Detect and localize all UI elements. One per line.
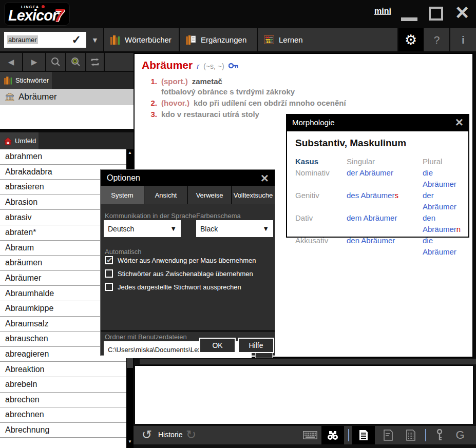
form-plural: den Abräumer xyxy=(423,213,456,233)
sense-number: 1. xyxy=(142,76,157,87)
morph-row: Genitiv des Abräumers der Abräumer xyxy=(295,190,460,212)
morphologie-popup: Morphologie × Substantiv, Maskulinum Kas… xyxy=(285,113,470,238)
house-icon xyxy=(4,138,12,145)
checkbox[interactable] xyxy=(105,256,113,264)
scroll-up-icon[interactable]: ▲ xyxy=(126,150,134,155)
stichwoerter-strip: Stichwörter xyxy=(0,72,134,89)
close-icon[interactable]: × xyxy=(455,115,463,129)
language-select[interactable]: Deutsch ▼ xyxy=(104,220,181,237)
notes-panel[interactable] xyxy=(135,365,473,424)
maximize-button[interactable] xyxy=(429,7,443,21)
language-value: Deutsch xyxy=(108,225,134,233)
keyboard-button[interactable] xyxy=(299,426,321,444)
view-short-entry-button[interactable] xyxy=(378,426,398,444)
case-label: Dativ xyxy=(295,212,347,235)
minimize-button[interactable] xyxy=(401,17,417,21)
books-icon xyxy=(110,35,120,45)
optionen-titlebar[interactable]: Optionen × xyxy=(101,170,275,186)
toolbar-separator xyxy=(348,429,349,441)
selected-entry-row[interactable]: Abräumer xyxy=(0,89,134,105)
settings-button[interactable]: ⚙ xyxy=(398,28,423,51)
form-plural: die Abräumer xyxy=(423,236,456,256)
key-icon[interactable] xyxy=(229,63,239,69)
mini-mode-button[interactable]: mini xyxy=(374,7,391,16)
logo-name: Lexicon xyxy=(8,7,61,24)
word-list-item[interactable]: abrechnen xyxy=(0,407,126,423)
tab-umfeld[interactable]: Umfeld xyxy=(0,132,39,149)
scroll-down-icon[interactable]: ▼ xyxy=(126,439,134,444)
checkbox-row-zwischenablage[interactable]: Stichwörter aus Zwischenablage übernehme… xyxy=(105,269,253,278)
tab-verweise[interactable]: Verweise xyxy=(188,186,231,204)
lernen-label: Lernen xyxy=(279,35,303,44)
lernen-button[interactable]: Lernen xyxy=(258,28,397,51)
checkbox-label: Wörter aus Anwendung per Maus übernehmen xyxy=(118,257,256,264)
gender-label: r xyxy=(197,62,199,70)
books-page-icon xyxy=(186,35,196,45)
umfeld-strip: Umfeld xyxy=(0,132,134,149)
view-list-entry-button[interactable] xyxy=(401,426,421,444)
entry-list-panel: Abräumer xyxy=(0,89,134,129)
history-forward-icon[interactable]: ↻ xyxy=(186,427,196,442)
checkbox[interactable] xyxy=(105,283,113,291)
bottom-stripe xyxy=(140,359,476,364)
colorscheme-select[interactable]: Black ▼ xyxy=(196,220,273,237)
checkbox-row-aussprechen[interactable]: Jedes dargestellte Stichwort aussprechen xyxy=(105,283,241,291)
checkmark-icon[interactable]: ✓ xyxy=(72,33,81,47)
morphology-button[interactable] xyxy=(429,426,450,444)
tab-ansicht[interactable]: Ansicht xyxy=(144,186,187,204)
ergaenzungen-button[interactable]: Ergänzungen xyxy=(180,28,257,51)
back-button[interactable]: ◀ xyxy=(0,53,22,71)
selected-entry-label: Abräumer xyxy=(18,92,57,102)
refresh-icon xyxy=(90,58,100,66)
language-label: Kommunikation in der Sprache xyxy=(105,212,196,220)
history-back-icon[interactable]: ↺ xyxy=(142,427,152,442)
titlebar: LINGEA Lexicon 7 mini × xyxy=(0,0,476,27)
zoom-button[interactable] xyxy=(66,53,85,71)
close-icon[interactable]: × xyxy=(261,171,269,185)
search-dropdown-button[interactable]: ▼ xyxy=(87,32,103,48)
checkbox[interactable] xyxy=(105,269,113,278)
hilfe-button[interactable]: Hilfe xyxy=(238,338,274,353)
woerterbuecher-label: Wörterbücher xyxy=(125,35,172,44)
word-list-item[interactable]: Abrechnung xyxy=(0,423,126,438)
search-tool-button[interactable] xyxy=(46,53,65,71)
case-label: Genitiv xyxy=(295,190,347,212)
forward-button[interactable]: ▶ xyxy=(23,53,45,71)
app-window: LINGEA Lexicon 7 mini × abraumer ✓ ▼ Wör… xyxy=(0,0,476,448)
sense-text: kdo při udílení cen obdrží mnoho ocenění xyxy=(194,98,346,108)
search-input[interactable]: abraumer ✓ xyxy=(4,32,86,48)
word-list-item[interactable]: abrebeln xyxy=(0,377,126,393)
ergaenzungen-label: Ergänzungen xyxy=(201,35,246,44)
view-full-entry-button[interactable] xyxy=(352,426,375,444)
sense-number: 2. xyxy=(142,98,157,108)
tab-stichwoerter[interactable]: Stichwörter xyxy=(0,72,52,89)
case-label: Nominativ xyxy=(295,167,347,190)
form-plural: die Abräumer xyxy=(423,168,456,188)
ok-button[interactable]: OK xyxy=(199,338,236,353)
checkbox-row-maus[interactable]: Wörter aus Anwendung per Maus übernehmen xyxy=(105,256,256,264)
sense-number: 3. xyxy=(142,109,157,120)
form-ending: n xyxy=(456,225,461,233)
morphologie-heading: Substantiv, Maskulinum xyxy=(295,138,460,149)
morphologie-title: Morphologie xyxy=(292,118,335,127)
help-button[interactable]: ? xyxy=(424,28,449,51)
google-search-button[interactable]: G xyxy=(450,426,470,444)
word-list-item[interactable]: Abreaktion xyxy=(0,362,126,377)
woerterbuecher-button[interactable]: Wörterbücher xyxy=(104,28,179,51)
refresh-button[interactable] xyxy=(86,53,104,71)
morphologie-titlebar[interactable]: Morphologie × xyxy=(286,114,469,130)
optionen-title: Optionen xyxy=(107,173,140,183)
col-singular: Singular xyxy=(347,156,423,167)
form-singular: dem Abräumer xyxy=(347,213,397,222)
bottom-toolbar: ↺ Historie ↻ G xyxy=(134,426,476,444)
word-list-item[interactable]: abrechen xyxy=(0,393,126,408)
google-icon: G xyxy=(455,428,464,442)
info-button[interactable]: i xyxy=(450,28,476,51)
close-button[interactable]: × xyxy=(451,0,473,27)
tab-volltextsuche[interactable]: Volltextsuche xyxy=(232,186,275,204)
case-label: Akkusativ xyxy=(295,235,347,258)
fulltext-search-button[interactable] xyxy=(321,426,344,444)
word-list-item[interactable]: abrahmen xyxy=(0,149,126,165)
optionen-buttonrow: OK Hilfe xyxy=(101,330,275,356)
tab-system[interactable]: System xyxy=(101,186,144,204)
